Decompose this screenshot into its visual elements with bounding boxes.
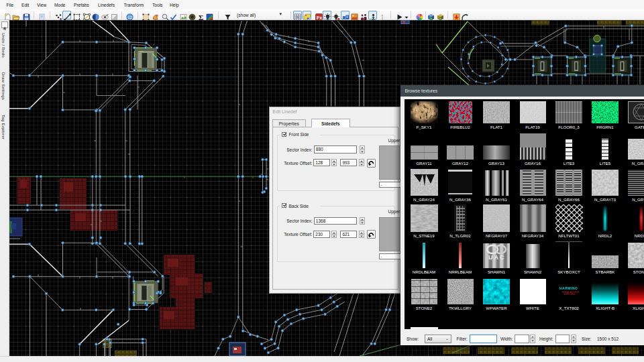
svg-text:GZ: GZ <box>128 16 133 19</box>
svg-text:Σ: Σ <box>199 13 203 21</box>
svg-text:Fx: Fx <box>317 15 322 19</box>
